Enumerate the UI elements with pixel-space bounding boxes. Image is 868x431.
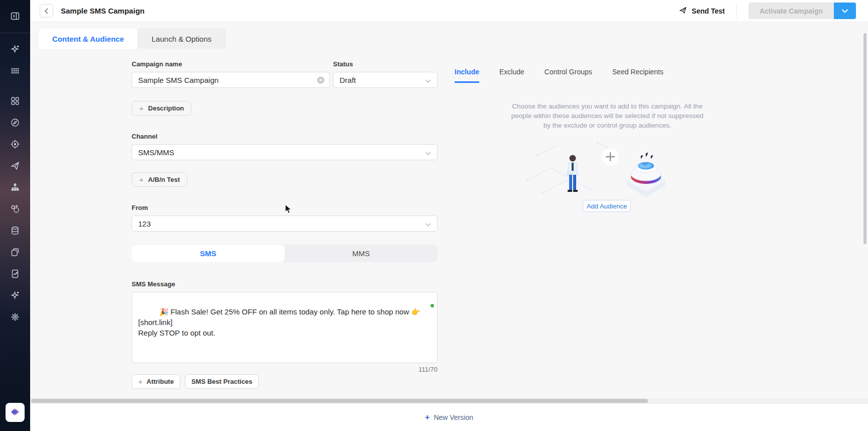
activate-dropdown-button[interactable] — [834, 3, 856, 19]
channel-value: SMS/MMS — [138, 148, 174, 157]
database-icon[interactable] — [10, 226, 20, 236]
add-attribute-button[interactable]: + Attribute — [132, 374, 180, 389]
brand-logo[interactable] — [6, 403, 25, 422]
send-test-label: Send Test — [692, 7, 725, 15]
from-label: From — [132, 204, 438, 211]
toggle-sms[interactable]: SMS — [132, 245, 285, 262]
sms-message-textarea[interactable]: 🎉 Flash Sale! Get 25% OFF on all items t… — [132, 292, 438, 363]
report-doc-icon[interactable] — [10, 269, 20, 279]
channel-label: Channel — [132, 133, 438, 140]
vertical-scrollbar-thumb[interactable] — [863, 33, 866, 244]
tab-content-audience[interactable]: Content & Audience — [39, 29, 138, 49]
from-value: 123 — [138, 220, 151, 228]
chevron-down-icon — [425, 148, 431, 157]
from-select[interactable]: 123 — [132, 216, 438, 232]
audience-podium — [627, 153, 665, 197]
plus-icon: + — [139, 175, 144, 184]
audience-panel: Include Exclude Control Groups Seed Reci… — [438, 22, 868, 403]
compass-icon[interactable] — [10, 118, 20, 128]
activate-campaign-group: Activate Campaign — [748, 3, 856, 19]
campaign-name-label: Campaign name — [132, 60, 330, 68]
add-abn-test-button[interactable]: + A/B/n Test — [132, 172, 187, 187]
status-label: Status — [333, 60, 438, 68]
send-test-button[interactable]: Send Test — [679, 6, 725, 16]
app-root: Sample SMS Campaign Send Test Activate C… — [0, 0, 868, 431]
campaign-name-value: Sample SMS Campaign — [138, 76, 219, 84]
toggle-mms[interactable]: MMS — [285, 245, 438, 262]
target-locate-icon[interactable] — [10, 139, 20, 149]
org-chart-icon[interactable] — [10, 182, 20, 192]
new-version-label: New Version — [433, 413, 473, 421]
apps-grid-icon[interactable] — [10, 66, 20, 76]
main-sidebar — [0, 0, 30, 431]
new-version-button[interactable]: + New Version — [425, 413, 473, 422]
sms-best-practices-label: SMS Best Practices — [191, 378, 252, 385]
segments-icon[interactable] — [10, 204, 20, 214]
tab-seed-recipients[interactable]: Seed Recipients — [612, 68, 664, 83]
status-select[interactable]: Draft — [333, 72, 438, 88]
plus-icon: + — [138, 377, 143, 386]
status-dot — [430, 304, 434, 307]
templates-icon[interactable] — [10, 247, 20, 257]
chevron-down-icon — [425, 220, 431, 228]
add-description-label: Description — [148, 104, 184, 112]
status-value: Draft — [340, 76, 356, 84]
audience-empty-illustration — [522, 133, 668, 203]
horizontal-scrollbar — [30, 398, 868, 403]
horizontal-scrollbar-thumb[interactable] — [31, 399, 648, 403]
chevron-down-icon — [425, 76, 431, 84]
sms-best-practices-button[interactable]: SMS Best Practices — [185, 374, 259, 389]
campaign-form: Campaign name Sample SMS Campaign Status — [132, 60, 438, 431]
plus-icon: + — [425, 413, 429, 422]
clear-input-icon[interactable] — [317, 76, 324, 84]
audience-description: Choose the audiences you want to add to … — [509, 101, 705, 130]
topbar-divider — [736, 4, 737, 18]
topbar-actions: Send Test Activate Campaign — [679, 3, 868, 19]
settings-gear-icon[interactable] — [10, 312, 20, 322]
back-button[interactable] — [40, 4, 53, 18]
tab-launch-options[interactable]: Launch & Options — [138, 29, 226, 49]
plus-circle — [602, 148, 619, 165]
add-abn-test-label: A/B/n Test — [148, 176, 180, 183]
paper-plane-icon — [679, 6, 687, 16]
channel-select[interactable]: SMS/MMS — [132, 144, 438, 160]
dashboard-icon[interactable] — [10, 96, 20, 106]
ai-sparkle-2-icon[interactable] — [10, 290, 20, 300]
add-audience-button[interactable]: Add Audience — [583, 200, 631, 212]
tab-exclude[interactable]: Exclude — [499, 68, 524, 83]
top-bar: Sample SMS Campaign Send Test Activate C… — [30, 0, 868, 22]
plus-icon: + — [139, 104, 144, 113]
tab-control-groups[interactable]: Control Groups — [545, 68, 592, 83]
page-title: Sample SMS Campaign — [61, 7, 145, 15]
char-counter: 111/70 — [132, 366, 438, 373]
ai-sparkle-icon[interactable] — [10, 44, 20, 54]
main-tabs: Content & Audience Launch & Options — [39, 29, 226, 49]
campaign-name-input[interactable]: Sample SMS Campaign — [132, 72, 330, 88]
sms-message-value: 🎉 Flash Sale! Get 25% OFF on all items t… — [138, 307, 422, 337]
activate-campaign-button[interactable]: Activate Campaign — [748, 3, 834, 19]
main-content: Content & Audience Launch & Options Camp… — [30, 22, 868, 403]
send-campaign-icon[interactable] — [10, 161, 20, 171]
person-figure — [567, 155, 578, 192]
add-attribute-label: Attribute — [147, 378, 174, 385]
add-description-button[interactable]: + Description — [132, 101, 191, 116]
collapse-panel-icon[interactable] — [10, 11, 20, 21]
sidebar-divider — [0, 33, 30, 33]
sms-message-label: SMS Message — [132, 280, 438, 288]
version-footer: + New Version — [30, 403, 868, 431]
message-type-toggle: SMS MMS — [132, 245, 438, 262]
tab-include[interactable]: Include — [455, 68, 479, 83]
audience-tabs: Include Exclude Control Groups Seed Reci… — [455, 68, 664, 83]
